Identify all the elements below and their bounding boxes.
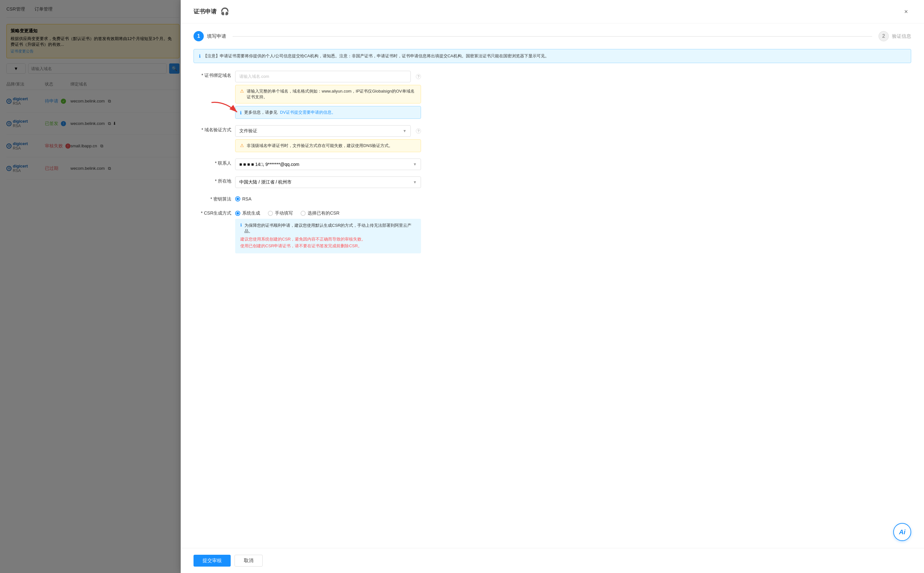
radio-rsa-label: RSA xyxy=(242,196,252,202)
domain-input[interactable]: 请输入域名.com xyxy=(235,71,411,82)
modal-notice: ℹ 【注意】申请证书需要将你提供的个人/公司信息提交给CA机构，请知悉。注意：非… xyxy=(194,49,911,63)
chevron-down-icon: ▼ xyxy=(413,162,417,166)
domain-hint1-text: 请输入完整的单个域名，域名格式例如：www.aliyun.com，IP证书仅Gl… xyxy=(247,88,416,100)
submit-button[interactable]: 提交审核 xyxy=(194,555,231,567)
domain-field-group: 请输入域名.com ? ⚠ 请输入完整的单个域名，域名格式例如：www.aliy… xyxy=(235,71,421,119)
step-2-label: 验证信息 xyxy=(892,33,911,39)
csr-info-box: ℹ 为保障您的证书顺利申请，建议您使用默认生成CSR的方式，手动上传无法部署到阿… xyxy=(235,219,421,254)
contact-field-group: ■ ■ ■ ■ 14□, 9*******@qq.com ▼ xyxy=(235,158,421,170)
info-icon3: ℹ xyxy=(240,222,242,227)
location-label: * 所在地 xyxy=(194,177,235,184)
domain-hint2-box: ℹ 更多信息，请参见 DV证书提交需要申请的信息。 xyxy=(235,106,421,119)
validation-select[interactable]: 文件验证 ▼ xyxy=(235,125,411,137)
csr-manual[interactable]: 手动填写 xyxy=(268,210,293,216)
form-row-csr: * CSR生成方式 系统生成 手动填写 选择已有的C xyxy=(194,208,911,254)
close-button[interactable]: × xyxy=(901,6,911,17)
csr-field-group: 系统生成 手动填写 选择已有的CSR ℹ 为保障您的证书顺利申请，建议您使用默认… xyxy=(235,208,421,254)
radio-auto-circle xyxy=(235,211,240,216)
csr-existing[interactable]: 选择已有的CSR xyxy=(301,210,340,216)
steps-bar: 1 填写申请 2 验证信息 xyxy=(181,23,924,49)
domain-hint2-prefix: 更多信息，请参见 xyxy=(244,110,277,115)
warn-icon: ⚠ xyxy=(240,88,244,94)
domain-hint2-link[interactable]: DV证书提交需要申请的信息。 xyxy=(280,110,336,115)
location-field-group: 中国大陆 / 浙江省 / 杭州市 ▼ xyxy=(235,177,421,188)
form-row-validation: * 域名验证方式 文件验证 ▼ ? ⚠ 非顶级域名申请证书时，文件验证方式存在可… xyxy=(194,125,911,152)
radio-manual-label: 手动填写 xyxy=(275,210,293,216)
radio-manual-circle xyxy=(268,211,273,216)
csr-radio-group: 系统生成 手动填写 选择已有的CSR xyxy=(235,208,421,216)
domain-help-icon[interactable]: ? xyxy=(416,74,421,79)
contact-label: * 联系人 xyxy=(194,158,235,166)
headset-icon: 🎧 xyxy=(221,7,229,16)
contact-select[interactable]: ■ ■ ■ ■ 14□, 9*******@qq.com ▼ xyxy=(235,158,421,170)
radio-auto-dot xyxy=(236,212,239,214)
csr-warn2: 使用已创建的CSR申请证书，请不要在证书签发完成前删除CSR。 xyxy=(240,243,416,249)
arrow-svg xyxy=(205,99,243,119)
step-1-circle: 1 xyxy=(194,31,204,41)
ai-assistant-button[interactable]: Ai xyxy=(893,523,911,541)
step-1: 1 填写申请 xyxy=(194,31,226,41)
radio-rsa-dot xyxy=(236,197,239,200)
red-arrow-annotation xyxy=(205,99,243,119)
domain-placeholder: 请输入域名.com xyxy=(239,74,269,80)
domain-label: * 证书绑定域名 xyxy=(194,71,235,78)
chevron-down-icon: ▼ xyxy=(413,180,417,185)
cancel-button[interactable]: 取消 xyxy=(235,555,263,567)
validation-hint-text: 非顶级域名申请证书时，文件验证方式存在可能失败，建议使用DNS验证方式。 xyxy=(247,143,393,149)
location-value: 中国大陆 / 浙江省 / 杭州市 xyxy=(239,179,291,185)
contact-value: ■ ■ ■ ■ 14□, 9*******@qq.com xyxy=(239,162,299,167)
validation-label: * 域名验证方式 xyxy=(194,125,235,133)
radio-existing-label: 选择已有的CSR xyxy=(308,210,340,216)
modal-footer: 提交审核 取消 xyxy=(181,548,924,573)
csr-info-text: 为保障您的证书顺利申请，建议您使用默认生成CSR的方式，手动上传无法部署到阿里云… xyxy=(244,222,416,234)
step-2: 2 验证信息 xyxy=(879,31,911,41)
certificate-application-modal: 证书申请 🎧 × 1 填写申请 2 验证信息 ℹ 【注意】申请证书需要将你提供的… xyxy=(181,0,924,573)
step-2-circle: 2 xyxy=(879,31,889,41)
domain-hint1-box: ⚠ 请输入完整的单个域名，域名格式例如：www.aliyun.com，IP证书仅… xyxy=(235,85,421,103)
validation-hint-box: ⚠ 非顶级域名申请证书时，文件验证方式存在可能失败，建议使用DNS验证方式。 xyxy=(235,139,421,152)
form-row-key-algo: * 密钥算法 RSA xyxy=(194,194,911,202)
radio-auto-label: 系统生成 xyxy=(242,210,260,216)
form-row-domain: * 证书绑定域名 请输入域名.com ? ⚠ 请输入完整的单个域名，域名格式例如… xyxy=(194,71,911,119)
warn-icon2: ⚠ xyxy=(240,143,244,148)
validation-value: 文件验证 xyxy=(239,128,257,134)
form-row-contact: * 联系人 ■ ■ ■ ■ 14□, 9*******@qq.com ▼ xyxy=(194,158,911,170)
modal-title-text: 证书申请 xyxy=(194,8,216,16)
csr-label: * CSR生成方式 xyxy=(194,208,235,216)
validation-help-icon[interactable]: ? xyxy=(416,128,421,133)
modal-header: 证书申请 🎧 × xyxy=(181,0,924,23)
step-1-label: 填写申请 xyxy=(207,33,226,39)
key-algo-field-group: RSA xyxy=(235,194,421,202)
csr-auto[interactable]: 系统生成 xyxy=(235,210,260,216)
modal-title-group: 证书申请 🎧 xyxy=(194,7,229,16)
chevron-down-icon: ▼ xyxy=(403,129,407,133)
location-select[interactable]: 中国大陆 / 浙江省 / 杭州市 ▼ xyxy=(235,177,421,188)
key-algo-label: * 密钥算法 xyxy=(194,194,235,202)
validation-field-group: 文件验证 ▼ ? ⚠ 非顶级域名申请证书时，文件验证方式存在可能失败，建议使用D… xyxy=(235,125,421,152)
key-algo-rsa[interactable]: RSA xyxy=(235,196,252,202)
modal-notice-text: 【注意】申请证书需要将你提供的个人/公司信息提交给CA机构，请知悉。注意：非国产… xyxy=(203,53,549,59)
radio-existing-circle xyxy=(301,211,305,216)
modal-body: ℹ 【注意】申请证书需要将你提供的个人/公司信息提交给CA机构，请知悉。注意：非… xyxy=(181,49,924,548)
csr-warn1: 建议您使用系统创建的CSR，避免因内容不正确而导致的审核失败。 xyxy=(240,236,416,243)
radio-rsa-circle xyxy=(235,196,240,202)
form-row-location: * 所在地 中国大陆 / 浙江省 / 杭州市 ▼ xyxy=(194,177,911,188)
info-icon: ℹ xyxy=(199,53,200,59)
csr-info-main: ℹ 为保障您的证书顺利申请，建议您使用默认生成CSR的方式，手动上传无法部署到阿… xyxy=(240,222,416,234)
key-algo-radio-group: RSA xyxy=(235,194,421,202)
